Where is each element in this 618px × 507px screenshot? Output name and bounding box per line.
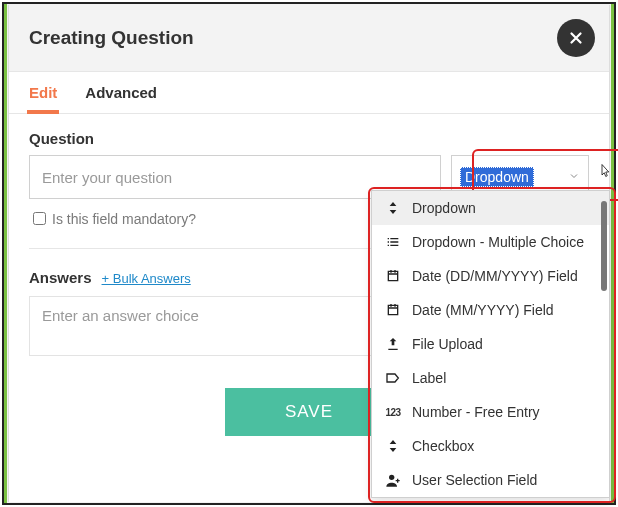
- dropdown-option[interactable]: User Selection Field: [372, 463, 609, 497]
- question-type-selected-value: Dropdown: [460, 167, 534, 187]
- dropdown-option[interactable]: 123Number - Free Entry: [372, 395, 609, 429]
- question-type-dropdown[interactable]: DropdownDropdown - Multiple ChoiceDate (…: [371, 190, 610, 498]
- upload-icon: [384, 335, 402, 353]
- chevron-down-icon: [568, 168, 580, 186]
- tab-bar: Edit Advanced: [9, 72, 609, 114]
- mandatory-checkbox[interactable]: [33, 212, 46, 225]
- dropdown-option-label: Date (MM/YYYY) Field: [412, 302, 554, 318]
- question-section-label: Question: [29, 130, 589, 147]
- calendar-icon: [384, 301, 402, 319]
- close-button[interactable]: [557, 19, 595, 57]
- dropdown-option-label: User Selection Field: [412, 472, 537, 488]
- tab-advanced[interactable]: Advanced: [85, 72, 157, 113]
- dropdown-option-label: Number - Free Entry: [412, 404, 540, 420]
- sort-icon: [384, 437, 402, 455]
- tab-edit[interactable]: Edit: [29, 72, 57, 113]
- number-icon: 123: [384, 403, 402, 421]
- svg-point-0: [389, 475, 394, 480]
- dropdown-scrollbar[interactable]: [601, 201, 607, 291]
- sort-icon: [384, 199, 402, 217]
- bulk-answers-link[interactable]: + Bulk Answers: [102, 271, 191, 286]
- dropdown-option-label: Date (DD/MM/YYYY) Field: [412, 268, 578, 284]
- modal-header: Creating Question: [9, 5, 609, 72]
- dropdown-option-label: Label: [412, 370, 446, 386]
- dropdown-option-label: File Upload: [412, 336, 483, 352]
- dropdown-option[interactable]: Label: [372, 361, 609, 395]
- list-icon: [384, 233, 402, 251]
- dropdown-option[interactable]: File Upload: [372, 327, 609, 361]
- user-icon: [384, 471, 402, 489]
- modal-title: Creating Question: [29, 27, 194, 49]
- close-icon: [567, 29, 585, 47]
- dropdown-option[interactable]: Date (MM/YYYY) Field: [372, 293, 609, 327]
- dropdown-option-label: Dropdown - Multiple Choice: [412, 234, 584, 250]
- save-button[interactable]: SAVE: [225, 388, 393, 436]
- mandatory-label: Is this field mandatory?: [52, 211, 196, 227]
- dropdown-option-label: Dropdown: [412, 200, 476, 216]
- answers-section-label: Answers: [29, 269, 92, 286]
- dropdown-option[interactable]: Dropdown: [372, 191, 609, 225]
- tag-icon: [384, 369, 402, 387]
- calendar-icon: [384, 267, 402, 285]
- dropdown-option-label: Checkbox: [412, 438, 474, 454]
- dropdown-option[interactable]: Dropdown - Multiple Choice: [372, 225, 609, 259]
- dropdown-option[interactable]: Date (DD/MM/YYYY) Field: [372, 259, 609, 293]
- dropdown-option[interactable]: Checkbox: [372, 429, 609, 463]
